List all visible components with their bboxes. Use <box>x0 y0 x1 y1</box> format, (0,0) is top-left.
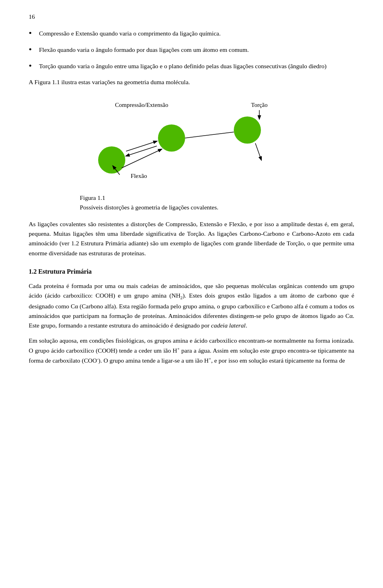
paragraph-covalentes: As ligações covalentes são resistentes a… <box>29 219 354 258</box>
figure-container: Compressão/Extensão Torção <box>29 98 354 212</box>
figure-caption-title: Figura 1.1 <box>80 194 105 201</box>
circle-middle <box>158 124 185 152</box>
label-flexao: Flexão <box>131 173 147 179</box>
arrow-compression-left <box>126 146 157 156</box>
circle-left <box>98 146 125 174</box>
label-torcao: Torção <box>251 102 267 108</box>
arrow-compression-right <box>126 141 157 151</box>
section-heading-1-2: 1.2 Estrutura Primária <box>29 267 354 277</box>
figure-caption: Figura 1.1 Possíveis distorções à geomet… <box>80 193 303 212</box>
figure-caption-body: Possíveis distorções à geometria de liga… <box>80 204 218 211</box>
bullet-dot-2: • <box>29 43 32 56</box>
bullet-section: • Compressão e Extensão quando varia o c… <box>29 29 354 72</box>
body-paragraph-1: Cada proteína é formada por uma ou mais … <box>29 281 354 330</box>
line-middle-right <box>185 132 234 138</box>
bullet-dot-1: • <box>29 27 32 39</box>
bullet-dot-3: • <box>29 60 32 72</box>
bullet-item-1: • Compressão e Extensão quando varia o c… <box>29 29 354 39</box>
arrow-torcao-down <box>255 143 261 160</box>
bullet-text-2: Flexão quando varia o ângulo formado por… <box>39 45 354 55</box>
page-number: 16 <box>29 12 354 22</box>
intro-text: A Figura 1.1 ilustra estas variações na … <box>29 77 354 87</box>
bullet-text-1: Compressão e Extensão quando varia o com… <box>39 29 354 38</box>
bullet-item-3: • Torção quando varia o ângulo entre uma… <box>29 61 354 72</box>
label-compression: Compressão/Extensão <box>115 102 168 108</box>
bullet-text-3: Torção quando varia o ângulo entre uma l… <box>39 61 354 71</box>
body-paragraph-2: Em solução aquosa, em condições fisiológ… <box>29 336 354 365</box>
circle-right <box>234 116 261 144</box>
figure-diagram: Compressão/Extensão Torção <box>80 98 303 190</box>
bullet-item-2: • Flexão quando varia o ângulo formado p… <box>29 45 354 56</box>
arrow-flexao <box>122 149 162 168</box>
